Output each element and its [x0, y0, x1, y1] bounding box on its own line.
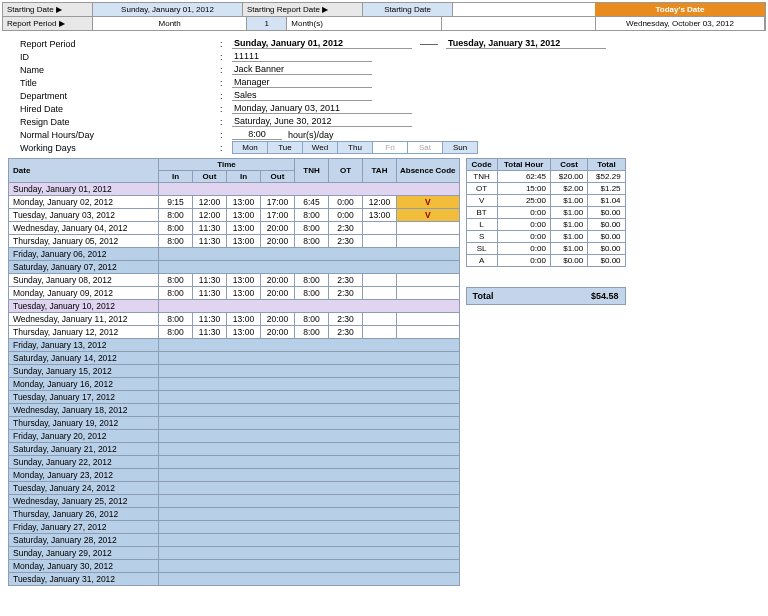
resign-value: Saturday, June 30, 2012	[232, 116, 412, 127]
cell-in1[interactable]: 8:00	[159, 274, 193, 287]
cell-cost: $1.00	[550, 207, 587, 219]
dept-value: Sales	[232, 90, 372, 101]
cell-in1[interactable]: 8:00	[159, 235, 193, 248]
th-code: Code	[466, 159, 497, 171]
cell-code: S	[466, 231, 497, 243]
cell-ot: 2:30	[329, 222, 363, 235]
cell-out1[interactable]: 11:30	[193, 274, 227, 287]
cell-out2[interactable]: 20:00	[261, 313, 295, 326]
summary-row: A0:00$0.00$0.00	[466, 255, 625, 267]
cell-hours: 0:00	[497, 207, 550, 219]
day-mon[interactable]: Mon	[232, 141, 268, 154]
top-bar-row1: Starting Date ▶ Sunday, January 01, 2012…	[2, 2, 766, 17]
cell-in2[interactable]: 13:00	[227, 222, 261, 235]
timesheet-table: Date Time TNH OT TAH Absence Code In Out…	[8, 158, 460, 586]
day-sat[interactable]: Sat	[407, 141, 443, 154]
cell-abs[interactable]	[397, 326, 460, 339]
cell-out1[interactable]: 11:30	[193, 287, 227, 300]
cell-in2[interactable]: 13:00	[227, 326, 261, 339]
cell-abs[interactable]	[397, 287, 460, 300]
cell-abs[interactable]	[397, 313, 460, 326]
cell-date: Saturday, January 28, 2012	[9, 534, 159, 547]
cell-cost: $20.00	[550, 171, 587, 183]
cell-out2[interactable]: 20:00	[261, 222, 295, 235]
day-sun[interactable]: Sun	[442, 141, 478, 154]
cell-out2[interactable]: 17:00	[261, 196, 295, 209]
day-fri[interactable]: Fri	[372, 141, 408, 154]
cell-tah	[363, 235, 397, 248]
day-tue[interactable]: Tue	[267, 141, 303, 154]
cell-out1[interactable]: 12:00	[193, 196, 227, 209]
cell-out2[interactable]: 20:00	[261, 235, 295, 248]
cell-tnh: 8:00	[295, 274, 329, 287]
cell-in1[interactable]: 9:15	[159, 196, 193, 209]
cell-out1[interactable]: 11:30	[193, 313, 227, 326]
hours-unit: hour(s)/day	[282, 130, 334, 140]
cell-date: Wednesday, January 11, 2012	[9, 313, 159, 326]
cell-date: Thursday, January 05, 2012	[9, 235, 159, 248]
id-value: 11111	[232, 51, 372, 62]
cell-in2[interactable]: 13:00	[227, 274, 261, 287]
cell-date: Friday, January 13, 2012	[9, 339, 159, 352]
cell-empty	[159, 378, 460, 391]
cell-total: $0.00	[588, 207, 625, 219]
cell-empty	[159, 573, 460, 586]
cell-date: Saturday, January 14, 2012	[9, 352, 159, 365]
cell-in2[interactable]: 13:00	[227, 287, 261, 300]
cell-abs[interactable]: V	[397, 196, 460, 209]
day-thu[interactable]: Thu	[337, 141, 373, 154]
summary-row: V25:00$1.00$1.04	[466, 195, 625, 207]
cell-abs[interactable]	[397, 274, 460, 287]
th-total: Total	[588, 159, 625, 171]
cell-out2[interactable]: 20:00	[261, 287, 295, 300]
cell-in1[interactable]: 8:00	[159, 222, 193, 235]
cell-cost: $0.00	[550, 255, 587, 267]
cell-in1[interactable]: 8:00	[159, 326, 193, 339]
cell-hours: 0:00	[497, 219, 550, 231]
cell-out1[interactable]: 11:30	[193, 235, 227, 248]
rpt-from: Sunday, January 01, 2012	[232, 38, 412, 49]
todays-date-label: Today's Date	[595, 3, 765, 16]
starting-date-value[interactable]: Sunday, January 01, 2012	[93, 3, 243, 16]
table-row: Thursday, January 05, 20128:0011:3013:00…	[9, 235, 460, 248]
cell-date: Tuesday, January 03, 2012	[9, 209, 159, 222]
starting-date-label: Starting Date ▶	[3, 3, 93, 16]
table-row: Thursday, January 19, 2012	[9, 417, 460, 430]
day-wed[interactable]: Wed	[302, 141, 338, 154]
cell-out2[interactable]: 20:00	[261, 274, 295, 287]
cell-abs[interactable]	[397, 235, 460, 248]
cell-in2[interactable]: 13:00	[227, 196, 261, 209]
dash-icon: ——	[412, 39, 446, 49]
starting-report-value[interactable]: Starting Date	[363, 3, 453, 16]
cell-out1[interactable]: 11:30	[193, 222, 227, 235]
months-label: Month(s)	[287, 17, 441, 30]
table-row: Friday, January 20, 2012	[9, 430, 460, 443]
cell-date: Tuesday, January 24, 2012	[9, 482, 159, 495]
cell-abs[interactable]	[397, 222, 460, 235]
cell-hours: 25:00	[497, 195, 550, 207]
cell-out1[interactable]: 12:00	[193, 209, 227, 222]
cell-date: Thursday, January 12, 2012	[9, 326, 159, 339]
cell-in2[interactable]: 13:00	[227, 313, 261, 326]
summary-row: S0:00$1.00$0.00	[466, 231, 625, 243]
month-value[interactable]: 1	[247, 17, 287, 30]
th-ot: OT	[329, 159, 363, 183]
cell-total: $0.00	[588, 255, 625, 267]
cell-abs[interactable]: V	[397, 209, 460, 222]
days-row: MonTueWedThuFriSatSun	[232, 141, 477, 154]
th-time: Time	[159, 159, 295, 171]
cell-code: BT	[466, 207, 497, 219]
th-in2: In	[227, 171, 261, 183]
cell-in2[interactable]: 13:00	[227, 209, 261, 222]
cell-in1[interactable]: 8:00	[159, 209, 193, 222]
cell-in1[interactable]: 8:00	[159, 313, 193, 326]
cell-in1[interactable]: 8:00	[159, 287, 193, 300]
cell-out1[interactable]: 11:30	[193, 326, 227, 339]
cell-out2[interactable]: 20:00	[261, 326, 295, 339]
cell-in2[interactable]: 13:00	[227, 235, 261, 248]
th-totalhour: Total Hour	[497, 159, 550, 171]
table-row: Tuesday, January 10, 2012	[9, 300, 460, 313]
cell-out2[interactable]: 17:00	[261, 209, 295, 222]
cell-hours: 15:00	[497, 183, 550, 195]
name-value: Jack Banner	[232, 64, 372, 75]
